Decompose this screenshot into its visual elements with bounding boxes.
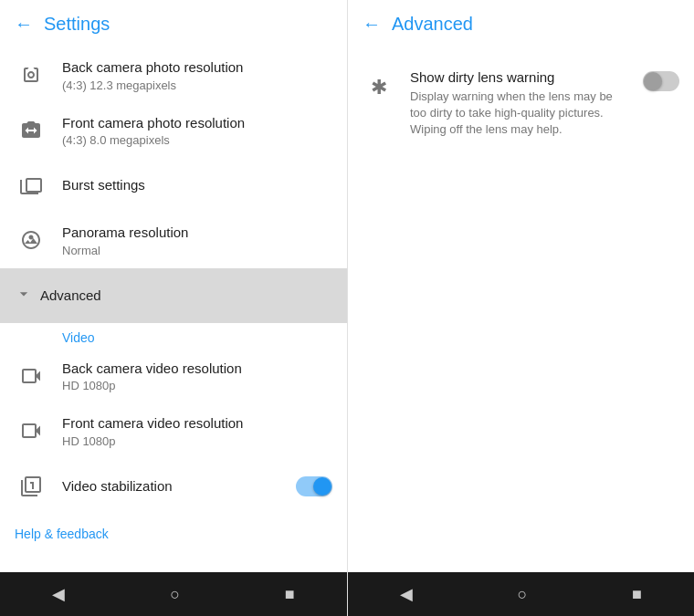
left-back-button[interactable]: ←: [15, 14, 33, 35]
dirty-lens-title: Show dirty lens warning: [410, 69, 632, 85]
back-camera-photo-text: Back camera photo resolution (4:3) 12.3 …: [62, 58, 332, 92]
camera-icon: [15, 58, 47, 91]
burst-title: Burst settings: [62, 176, 332, 194]
help-feedback-link[interactable]: Help & feedback: [0, 514, 347, 554]
settings-item-burst[interactable]: Burst settings: [0, 158, 347, 213]
right-header: ← Advanced: [348, 0, 694, 47]
stabilization-icon: [15, 470, 47, 503]
front-camera-photo-title: Front camera photo resolution: [62, 114, 332, 132]
panorama-icon: [15, 224, 47, 256]
front-camera-video-title: Front camera video resolution: [62, 414, 332, 433]
left-recent-nav-button[interactable]: ■: [267, 578, 313, 611]
video-stabilization-title: Video stabilization: [62, 477, 296, 496]
right-recent-nav-button[interactable]: ■: [614, 578, 660, 611]
settings-item-front-camera-video[interactable]: Front camera video resolution HD 1080p: [0, 403, 347, 459]
video-camera-back-icon: [15, 360, 47, 392]
left-back-nav-button[interactable]: ◀: [34, 577, 83, 611]
advanced-text: Advanced: [40, 287, 332, 305]
camera-front-icon: [15, 114, 47, 147]
dirty-lens-toggle-container: [643, 71, 679, 91]
panorama-text: Panorama resolution Normal: [62, 224, 332, 257]
left-header-title: Settings: [44, 14, 110, 35]
dirty-lens-description: Display warning when the lens may be too…: [410, 89, 632, 139]
front-camera-video-subtitle: HD 1080p: [62, 434, 332, 448]
panorama-title: Panorama resolution: [62, 224, 332, 242]
dirty-lens-warning-item: ✱ Show dirty lens warning Display warnin…: [363, 62, 679, 146]
left-home-nav-button[interactable]: ○: [152, 578, 198, 611]
settings-item-video-stabilization[interactable]: Video stabilization: [0, 459, 347, 514]
back-camera-video-title: Back camera video resolution: [62, 360, 332, 378]
dirty-lens-toggle[interactable]: [643, 71, 679, 91]
back-camera-video-text: Back camera video resolution HD 1080p: [62, 360, 332, 393]
back-camera-photo-title: Back camera photo resolution: [62, 58, 332, 77]
chevron-down-icon: [15, 285, 33, 307]
video-section-label: Video: [0, 323, 347, 349]
right-bottom-nav: ◀ ○ ■: [348, 572, 694, 616]
left-panel: ← Settings Back camera photo resolution …: [0, 0, 347, 616]
front-camera-photo-subtitle: (4:3) 8.0 megapixels: [62, 133, 332, 147]
video-stabilization-toggle[interactable]: [296, 476, 332, 496]
settings-item-back-camera-video[interactable]: Back camera video resolution HD 1080p: [0, 349, 347, 404]
right-back-button[interactable]: ←: [363, 14, 381, 35]
dirty-lens-text: Show dirty lens warning Display warning …: [410, 69, 632, 139]
front-camera-video-text: Front camera video resolution HD 1080p: [62, 414, 332, 448]
dirty-lens-icon: ✱: [363, 71, 395, 104]
front-camera-photo-text: Front camera photo resolution (4:3) 8.0 …: [62, 114, 332, 148]
video-stabilization-text: Video stabilization: [62, 477, 296, 496]
back-camera-photo-subtitle: (4:3) 12.3 megapixels: [62, 78, 332, 92]
settings-list: Back camera photo resolution (4:3) 12.3 …: [0, 47, 347, 572]
advanced-content: ✱ Show dirty lens warning Display warnin…: [348, 47, 694, 572]
settings-item-back-camera-photo[interactable]: Back camera photo resolution (4:3) 12.3 …: [0, 47, 347, 103]
settings-item-panorama[interactable]: Panorama resolution Normal: [0, 213, 347, 268]
panorama-subtitle: Normal: [62, 244, 332, 257]
right-back-nav-button[interactable]: ◀: [382, 577, 431, 611]
right-header-title: Advanced: [392, 14, 473, 35]
back-camera-video-subtitle: HD 1080p: [62, 379, 332, 392]
settings-item-advanced[interactable]: Advanced: [0, 268, 347, 323]
burst-text: Burst settings: [62, 176, 332, 194]
left-header: ← Settings: [0, 0, 347, 47]
left-bottom-nav: ◀ ○ ■: [0, 572, 347, 616]
settings-item-front-camera-photo[interactable]: Front camera photo resolution (4:3) 8.0 …: [0, 103, 347, 159]
right-home-nav-button[interactable]: ○: [499, 578, 546, 611]
right-panel: ← Advanced ✱ Show dirty lens warning Dis…: [347, 0, 694, 616]
advanced-title: Advanced: [40, 287, 332, 305]
video-camera-front-icon: [15, 414, 47, 447]
burst-icon: [15, 169, 47, 202]
